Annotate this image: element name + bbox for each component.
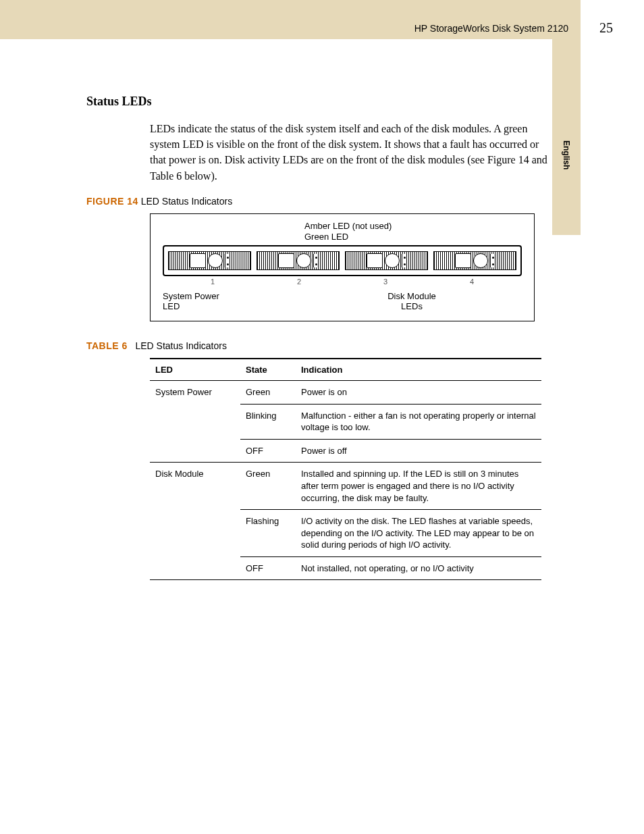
cell-led: Disk Module bbox=[150, 463, 240, 510]
figure-bottom-callouts: System Power LED Disk Module LEDs bbox=[163, 291, 522, 311]
section-heading: Status LEDs bbox=[86, 95, 552, 109]
callout-amber-led: Amber LED (not used) bbox=[304, 221, 522, 232]
callout-green-led: Green LED bbox=[304, 232, 522, 242]
figure-label: FIGURE 14 bbox=[86, 196, 138, 207]
figure-14: Amber LED (not used) Green LED 1 2 3 4 S… bbox=[150, 213, 535, 322]
col-led: LED bbox=[150, 359, 240, 381]
table-label: TABLE 6 bbox=[86, 340, 128, 351]
led-status-table: LED State Indication System Power Green … bbox=[150, 358, 541, 580]
disk-slot bbox=[257, 251, 340, 270]
language-tab: English bbox=[552, 39, 581, 235]
page: HP StorageWorks Disk System 2120 25 Engl… bbox=[0, 0, 644, 834]
table-title: LED Status Indicators bbox=[135, 340, 226, 351]
cell-indication: Malfunction - either a fan is not operat… bbox=[296, 404, 541, 439]
cell-led: System Power bbox=[150, 381, 240, 405]
slot-numbers: 1 2 3 4 bbox=[163, 278, 522, 286]
cell-indication: Power is off bbox=[296, 439, 541, 463]
cell-state: Green bbox=[240, 381, 296, 405]
table-row: OFF Not installed, not operating, or no … bbox=[150, 556, 541, 580]
cell-indication: Installed and spinning up. If the LED is… bbox=[296, 463, 541, 510]
cell-state: OFF bbox=[240, 439, 296, 463]
cell-indication: I/O activity on the disk. The LED flashe… bbox=[296, 510, 541, 557]
cell-state: Flashing bbox=[240, 510, 296, 557]
cell-state: Green bbox=[240, 463, 296, 510]
slot-number: 3 bbox=[342, 278, 429, 286]
table-row: Disk Module Green Installed and spinning… bbox=[150, 463, 541, 510]
running-header: HP StorageWorks Disk System 2120 25 bbox=[0, 20, 644, 36]
figure-top-callouts: Amber LED (not used) Green LED bbox=[304, 221, 522, 243]
table-row: System Power Green Power is on bbox=[150, 381, 541, 405]
intro-paragraph: LEDs indicate the status of the disk sys… bbox=[86, 121, 552, 184]
cell-indication: Not installed, not operating, or no I/O … bbox=[296, 556, 541, 580]
callout-system-power-led: System Power LED bbox=[163, 291, 342, 311]
table-header-row: LED State Indication bbox=[150, 359, 541, 381]
content-area: Status LEDs LEDs indicate the status of … bbox=[86, 95, 552, 580]
language-tab-label: English bbox=[562, 140, 571, 235]
cell-state: Blinking bbox=[240, 404, 296, 439]
table-row: Blinking Malfunction - either a fan is n… bbox=[150, 404, 541, 439]
cell-indication: Power is on bbox=[296, 381, 541, 405]
header-title: HP StorageWorks Disk System 2120 bbox=[414, 23, 568, 34]
slot-number: 1 bbox=[169, 278, 256, 286]
cell-state: OFF bbox=[240, 556, 296, 580]
table-caption: TABLE 6 LED Status Indicators bbox=[86, 340, 552, 351]
cell-led bbox=[150, 510, 240, 557]
disk-slot bbox=[168, 251, 251, 270]
chassis-diagram bbox=[163, 245, 522, 276]
slot-number: 2 bbox=[256, 278, 342, 286]
page-number: 25 bbox=[599, 20, 613, 36]
cell-led bbox=[150, 556, 240, 580]
disk-slot bbox=[345, 251, 428, 270]
callout-disk-module-leds: Disk Module LEDs bbox=[322, 291, 502, 311]
col-indication: Indication bbox=[296, 359, 541, 381]
table-row: OFF Power is off bbox=[150, 439, 541, 463]
disk-slot bbox=[433, 251, 516, 270]
figure-title: LED Status Indicators bbox=[141, 196, 232, 207]
figure-caption: FIGURE 14 LED Status Indicators bbox=[86, 196, 552, 207]
cell-led bbox=[150, 439, 240, 463]
table-row: Flashing I/O activity on the disk. The L… bbox=[150, 510, 541, 557]
col-state: State bbox=[240, 359, 296, 381]
slot-number: 4 bbox=[429, 278, 515, 286]
cell-led bbox=[150, 404, 240, 439]
